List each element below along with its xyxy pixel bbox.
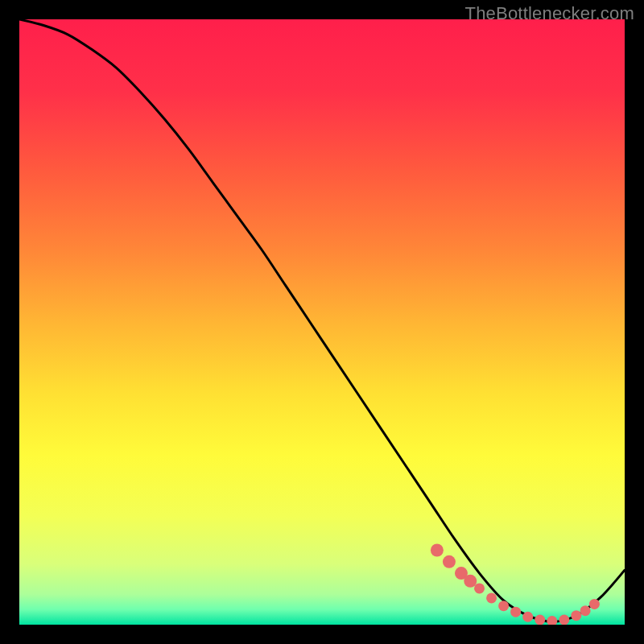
data-marker [535,614,545,625]
data-marker [510,607,521,617]
data-marker [522,612,533,622]
chart-svg [19,19,625,625]
gradient-background [19,19,625,625]
data-marker [486,592,497,603]
data-marker [431,544,444,557]
data-marker [474,583,485,593]
data-marker [589,599,600,609]
attribution-label: TheBottlenecker.com [465,3,634,24]
data-marker [559,614,569,625]
data-marker [443,555,456,568]
data-marker [498,601,509,611]
data-marker [464,575,477,588]
chart-stage: TheBottlenecker.com [0,0,644,644]
data-marker [571,610,581,621]
data-marker [580,605,591,616]
plot-area [19,19,625,625]
